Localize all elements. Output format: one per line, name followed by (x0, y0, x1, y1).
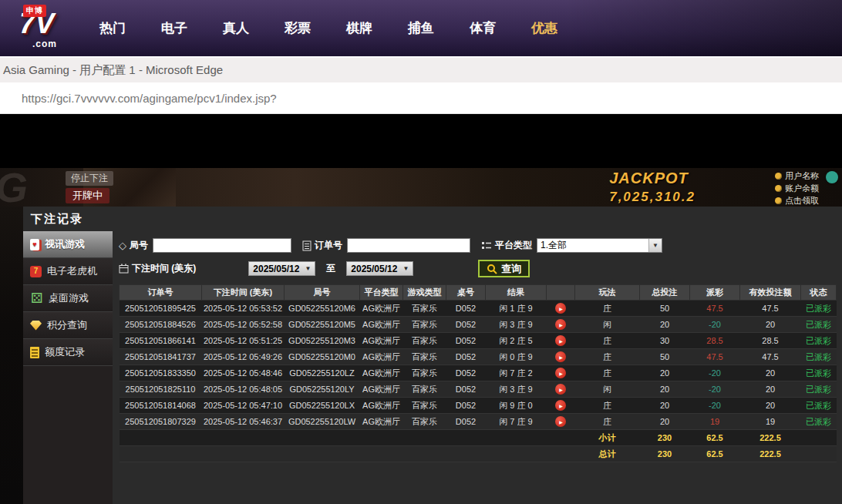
cell-payout: -20 (690, 398, 740, 414)
nav-item-6[interactable]: 体育 (470, 19, 496, 37)
cell-time: 2025-05-12 05:51:25 (202, 333, 285, 349)
cell-time: 2025-05-12 05:47:10 (202, 398, 285, 414)
address-bar[interactable]: https://gci.7vvvvvv.com/agingame/pcv1/in… (0, 82, 842, 114)
cell-time: 2025-05-12 05:48:46 (202, 365, 285, 381)
cell-play: ▶ (547, 398, 575, 414)
replay-button[interactable]: ▶ (555, 400, 566, 411)
account-label: 点击领取 (785, 195, 819, 207)
stop-bet-label: 停止下注 (66, 171, 113, 186)
account-label: 账户余额 (785, 183, 819, 194)
summary-valid: 222.5 (740, 446, 801, 462)
cell-bet: 20 (640, 381, 690, 398)
cell-round: GD052255120M5 (285, 317, 360, 333)
sidebar-item-3[interactable]: 积分查询 (23, 312, 113, 339)
cell-valid: 47.5 (740, 349, 801, 365)
cell-play: ▶ (547, 381, 575, 398)
cell-order: 250512051825110 (120, 381, 202, 398)
dice-icon (30, 292, 43, 305)
to-label: 至 (326, 262, 335, 275)
search-button[interactable]: 查询 (478, 260, 530, 277)
account-row: 账户余额 (775, 183, 819, 194)
cell-valid: 20 (740, 317, 801, 333)
cell-desk: D052 (446, 414, 486, 430)
replay-button[interactable]: ▶ (555, 384, 566, 395)
cell-playtype: 闲 (575, 381, 640, 398)
platform-select[interactable]: 1.全部 ▼ (537, 238, 662, 253)
summary-label: 总计 (575, 446, 640, 462)
column-header: 玩法 (575, 285, 640, 301)
replay-button[interactable]: ▶ (555, 335, 566, 346)
coin-icon (775, 173, 782, 180)
cell-round: GD052255120LX (285, 398, 360, 414)
gem-icon (30, 321, 42, 331)
summary-empty-cell (120, 430, 202, 446)
cell-desk: D052 (446, 381, 486, 398)
cell-game: 百家乐 (403, 301, 446, 317)
cell-desk: D052 (446, 398, 486, 414)
cell-valid: 20 (740, 365, 801, 381)
asia-gaming-logo: G (0, 168, 28, 207)
summary-empty-cell (120, 446, 202, 462)
table-row: 2505120518661412025-05-12 05:51:25GD0522… (120, 333, 837, 349)
column-header: 结果 (486, 285, 547, 301)
dropdown-arrow-icon: ▼ (305, 265, 311, 272)
cell-play: ▶ (547, 414, 575, 430)
cell-result: 闲 9 庄 0 (486, 398, 547, 414)
cell-payout: 47.5 (690, 301, 740, 317)
sidebar-item-1[interactable]: 电子老虎机 (23, 258, 113, 285)
summary-empty-cell (547, 446, 575, 462)
total-row: 总计23062.5222.5 (120, 446, 837, 462)
cell-time: 2025-05-12 05:46:37 (202, 414, 285, 430)
summary-empty-cell (446, 430, 486, 446)
replay-button[interactable]: ▶ (555, 351, 566, 362)
summary-empty-cell (403, 446, 446, 462)
summary-label: 小计 (575, 430, 640, 446)
cell-game: 百家乐 (403, 349, 446, 365)
main-nav: 热门电子真人彩票棋牌捕鱼体育优惠 (99, 19, 557, 37)
content: ◇ 局号 订单号 平台类型 (113, 231, 842, 504)
cards-icon (30, 239, 39, 250)
date-to-select[interactable]: 2025/05/12 ▼ (346, 261, 413, 276)
site-logo[interactable]: 申博 7V .com (0, 0, 81, 56)
cell-desk: D052 (446, 349, 486, 365)
filter-row-1: ◇ 局号 订单号 平台类型 (119, 238, 837, 253)
service-icon[interactable] (826, 171, 838, 183)
list-icon (481, 241, 492, 250)
cell-payout: -20 (690, 317, 740, 333)
order-input[interactable] (347, 238, 470, 253)
cell-round: GD052255120M0 (285, 349, 360, 365)
replay-button[interactable]: ▶ (555, 303, 566, 314)
sidebar-item-label: 电子老虎机 (47, 264, 97, 278)
nav-item-3[interactable]: 彩票 (285, 19, 311, 37)
column-header: 局号 (285, 285, 360, 301)
summary-empty-cell (801, 446, 837, 462)
cell-bet: 50 (640, 349, 690, 365)
table-row: 2505120518333502025-05-12 05:48:46GD0522… (120, 365, 837, 381)
nav-item-2[interactable]: 真人 (223, 19, 249, 37)
cell-play: ▶ (547, 301, 575, 317)
cell-status: 已派彩 (801, 301, 837, 317)
logo-suffix: .com (32, 39, 57, 49)
site-header: 申博 7V .com 热门电子真人彩票棋牌捕鱼体育优惠 (0, 0, 842, 56)
replay-button[interactable]: ▶ (555, 319, 566, 330)
nav-item-5[interactable]: 捕鱼 (408, 19, 434, 37)
round-input[interactable] (153, 238, 291, 253)
nav-item-4[interactable]: 棋牌 (346, 19, 372, 37)
replay-button[interactable]: ▶ (555, 368, 566, 378)
nav-item-1[interactable]: 电子 (161, 19, 187, 37)
sidebar-item-0[interactable]: 视讯游戏 (23, 231, 113, 258)
replay-button[interactable]: ▶ (555, 416, 566, 427)
table-header-row: 订单号下注时间 (美东)局号平台类型游戏类型桌号结果玩法总投注派彩有效投注额状态 (120, 285, 837, 301)
sidebar-item-4[interactable]: 额度记录 (23, 339, 113, 366)
nav-item-7[interactable]: 优惠 (531, 19, 557, 37)
summary-valid: 222.5 (740, 430, 801, 446)
cell-platform: AG欧洲厅 (360, 301, 403, 317)
sidebar-item-2[interactable]: 桌面游戏 (23, 285, 113, 312)
cell-game: 百家乐 (403, 365, 446, 381)
nav-item-0[interactable]: 热门 (99, 19, 126, 37)
filters: ◇ 局号 订单号 平台类型 (119, 238, 837, 277)
jackpot-value: 7,025,310.2 (609, 190, 695, 205)
cell-bet: 50 (640, 301, 690, 317)
date-from-select[interactable]: 2025/05/12 ▼ (248, 261, 315, 276)
cell-round: GD052255120LZ (285, 365, 360, 381)
